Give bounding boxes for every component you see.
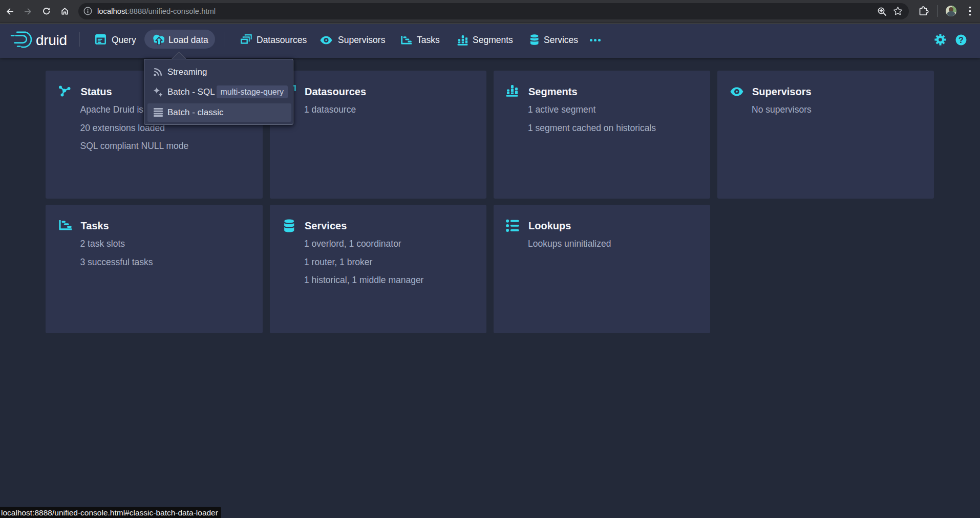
svg-text:?: ? (958, 36, 964, 45)
